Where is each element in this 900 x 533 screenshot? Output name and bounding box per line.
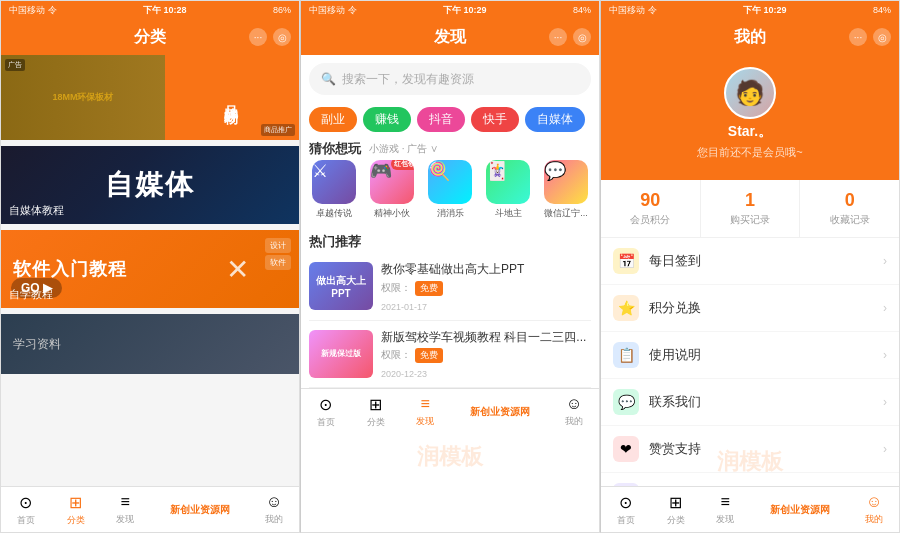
battery-2: 84% — [573, 5, 591, 15]
hot-header: 热门推荐 — [301, 228, 599, 253]
game-xiaoxiao[interactable]: 🍭 消消乐 — [425, 160, 475, 220]
more-icon-3[interactable]: ··· — [849, 28, 867, 46]
mine-label-3: 我的 — [865, 513, 883, 526]
menu-points[interactable]: ⭐ 积分兑换 › — [601, 285, 899, 332]
target-icon-3[interactable]: ◎ — [873, 28, 891, 46]
category-software[interactable]: 软件入门教程 ✕ 设计 软件 GO ▶ 自学教程 — [1, 230, 299, 308]
tag-earn[interactable]: 赚钱 — [363, 107, 411, 132]
game-weixin-label: 微信辽宁... — [541, 207, 591, 220]
tag-row: 副业 赚钱 抖音 快手 自媒体 — [301, 103, 599, 140]
hot-thumb-driving: 新规保过版 — [309, 330, 373, 378]
hot-title: 热门推荐 — [309, 234, 361, 249]
stats-row: 90 会员积分 1 购买记录 0 收藏记录 — [601, 180, 899, 238]
tab-home-2[interactable]: ⊙ 首页 — [301, 395, 351, 429]
menu-about[interactable]: ℹ 关于我们 › — [601, 473, 899, 486]
page-title-1: 分类 — [134, 27, 166, 48]
game-doudizhu-icon: 🃏 — [486, 161, 508, 181]
time-3: 下午 10:29 — [743, 4, 787, 17]
nav-bar-1: 分类 ··· ◎ — [1, 19, 299, 55]
status-bar-2: 中国移动 令 下午 10:29 84% — [301, 1, 599, 19]
category-study[interactable]: 学习资料 — [1, 314, 299, 374]
game-doudizhu[interactable]: 🃏 斗地主 — [483, 160, 533, 220]
guess-header: 猜你想玩 小游戏 · 广告 ∨ — [301, 140, 599, 160]
tag-selfmedia[interactable]: 自媒体 — [525, 107, 585, 132]
stat-purchase[interactable]: 1 购买记录 — [701, 180, 801, 237]
tab-mine-2[interactable]: ☺ 我的 — [549, 395, 599, 428]
ad-promo: 商品推广 — [261, 124, 295, 136]
home-label-2: 首页 — [317, 416, 335, 429]
hot-info-ppt: 教你零基础做出高大上PPT 权限：免费 2021-01-17 — [381, 259, 591, 314]
search-bar[interactable]: 🔍 搜索一下，发现有趣资源 — [309, 63, 591, 95]
ad-banner-left: 18MM环保板材 — [1, 55, 165, 140]
tab-discover-1[interactable]: ≡ 发现 — [100, 493, 150, 526]
mine-icon-3: ☺ — [866, 493, 882, 511]
tab-bar-2: ⊙ 首页 ⊞ 分类 ≡ 发现 新创业资源网 ☺ 我的 — [301, 388, 599, 434]
watermark-2: 润模板 — [417, 442, 483, 472]
carrier-3: 中国移动 令 — [609, 4, 657, 17]
tab-category-1[interactable]: ⊞ 分类 — [51, 493, 101, 527]
tab-category-2[interactable]: ⊞ 分类 — [351, 395, 401, 429]
category-media[interactable]: 自媒体 自媒体教程 — [1, 146, 299, 224]
status-bar-3: 中国移动 令 下午 10:29 84% — [601, 1, 899, 19]
guide-icon: 📋 — [613, 342, 639, 368]
tab-mine-1[interactable]: ☺ 我的 — [249, 493, 299, 526]
nav-bar-2: 发现 ··· ◎ — [301, 19, 599, 55]
menu-contact[interactable]: 💬 联系我们 › — [601, 379, 899, 426]
hot-meta-ppt: 权限：免费 — [381, 281, 591, 296]
points-arrow: › — [883, 301, 887, 315]
free-badge-ppt: 免费 — [415, 281, 443, 296]
discover-label-1: 发现 — [116, 513, 134, 526]
game-weixin[interactable]: 💬 微信辽宁... — [541, 160, 591, 220]
search-icon: 🔍 — [321, 72, 336, 86]
home-icon-3: ⊙ — [619, 493, 632, 512]
home-label-1: 首页 — [17, 514, 35, 527]
more-icon-1[interactable]: ··· — [249, 28, 267, 46]
menu-donate[interactable]: ❤ 赞赏支持 › — [601, 426, 899, 473]
mine-icon-1: ☺ — [266, 493, 282, 511]
category-label-3: 分类 — [667, 514, 685, 527]
donate-label: 赞赏支持 — [649, 440, 873, 458]
tab-mine-3[interactable]: ☺ 我的 — [849, 493, 899, 526]
tag-sideline[interactable]: 副业 — [309, 107, 357, 132]
status-bar-1: 中国移动 令 下午 10:28 86% — [1, 1, 299, 19]
nav-icons-3: ··· ◎ — [849, 28, 891, 46]
game-jingshen-label: 精神小伙 — [367, 207, 417, 220]
mine-icon-2: ☺ — [566, 395, 582, 413]
category-icon-2: ⊞ — [369, 395, 382, 414]
ad-banner[interactable]: 18MM环保板材 品牌好物 广告 商品推广 — [1, 55, 299, 140]
stat-points[interactable]: 90 会员积分 — [601, 180, 701, 237]
ad-mm-text: 18MM环保板材 — [48, 87, 117, 108]
tab-brand-2: 新创业资源网 — [450, 406, 549, 418]
stat-purchase-label: 购买记录 — [730, 213, 770, 227]
tab-discover-2[interactable]: ≡ 发现 — [400, 395, 450, 428]
game-jingshen[interactable]: 🎮 红包领 精神小伙 — [367, 160, 417, 220]
tab-category-3[interactable]: ⊞ 分类 — [651, 493, 701, 527]
game-jingshen-icon: 🎮 — [370, 161, 392, 181]
software-label: 自学教程 — [9, 287, 53, 302]
tab-home-3[interactable]: ⊙ 首页 — [601, 493, 651, 527]
tab-discover-3[interactable]: ≡ 发现 — [700, 493, 750, 526]
category-label-1: 分类 — [67, 514, 85, 527]
tag-douyin[interactable]: 抖音 — [417, 107, 465, 132]
tag-kuaishou[interactable]: 快手 — [471, 107, 519, 132]
game-zhuoyue[interactable]: ⚔ 卓越传说 — [309, 160, 359, 220]
hot-item-driving[interactable]: 新规保过版 新版驾校学车视频教程 科目一二三四... 权限：免费 2020-12… — [309, 321, 591, 389]
panel-discover: 中国移动 令 下午 10:29 84% 发现 ··· ◎ 🔍 搜索一下，发现有趣… — [300, 0, 600, 533]
tab-bar-3: ⊙ 首页 ⊞ 分类 ≡ 发现 新创业资源网 ☺ 我的 — [601, 486, 899, 532]
more-icon-2[interactable]: ··· — [549, 28, 567, 46]
hot-title-driving: 新版驾校学车视频教程 科目一二三四... — [381, 330, 586, 344]
carrier-2: 中国移动 令 — [309, 4, 357, 17]
home-label-3: 首页 — [617, 514, 635, 527]
menu-checkin[interactable]: 📅 每日签到 › — [601, 238, 899, 285]
stat-favorites[interactable]: 0 收藏记录 — [800, 180, 899, 237]
hot-item-ppt[interactable]: 做出高大上PPT 教你零基础做出高大上PPT 权限：免费 2021-01-17 — [309, 253, 591, 321]
target-icon-1[interactable]: ◎ — [273, 28, 291, 46]
contact-label: 联系我们 — [649, 393, 873, 411]
tab-home-1[interactable]: ⊙ 首页 — [1, 493, 51, 527]
mine-label-2: 我的 — [565, 415, 583, 428]
target-icon-2[interactable]: ◎ — [573, 28, 591, 46]
category-label-2: 分类 — [367, 416, 385, 429]
tab-brand-3: 新创业资源网 — [750, 504, 849, 516]
game-doudizhu-label: 斗地主 — [483, 207, 533, 220]
menu-guide[interactable]: 📋 使用说明 › — [601, 332, 899, 379]
